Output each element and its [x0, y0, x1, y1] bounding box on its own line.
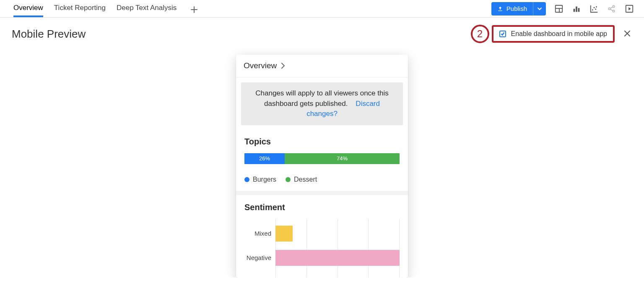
share-icon — [607, 4, 616, 13]
close-icon — [624, 30, 631, 37]
sentiment-row-mixed: Mixed — [244, 226, 400, 242]
preview-stage: Overview Changes will apply to all viewe… — [0, 43, 644, 278]
publish-dropdown-button[interactable] — [533, 2, 546, 15]
sentiment-section: Sentiment Mixed Negative — [236, 195, 408, 278]
scatter-button[interactable] — [589, 4, 599, 13]
publish-button[interactable]: Publish — [491, 2, 533, 15]
chart-button[interactable] — [572, 4, 581, 13]
subheader: Mobile Preview 2 Enable dashboard in mob… — [0, 18, 644, 43]
topics-section: Topics 26% 74% Burgers Dessert — [236, 125, 408, 195]
sentiment-bar-mixed[interactable] — [275, 226, 293, 242]
plus-icon — [191, 6, 197, 13]
topics-segment-burgers[interactable]: 26% — [244, 153, 285, 164]
svg-point-7 — [596, 6, 597, 7]
sentiment-title: Sentiment — [244, 203, 400, 212]
svg-rect-2 — [576, 6, 577, 12]
preview-breadcrumb-label: Overview — [244, 61, 277, 70]
chevron-right-icon — [281, 63, 285, 69]
check-icon — [501, 32, 505, 36]
bar-chart-icon — [572, 4, 581, 13]
topics-stacked-bar: 26% 74% — [244, 153, 400, 164]
add-tab-button[interactable] — [187, 3, 201, 17]
layout-panel-icon — [554, 4, 564, 13]
sentiment-row-negative: Negative — [244, 250, 400, 266]
preview-breadcrumb[interactable]: Overview — [236, 54, 408, 77]
chevron-down-icon — [538, 7, 542, 11]
tab-ticket-reporting[interactable]: Ticket Reporting — [54, 0, 106, 17]
dot-icon — [286, 177, 291, 182]
sentiment-chart: Mixed Negative — [244, 219, 400, 278]
enable-mobile-highlight: Enable dashboard in mobile app — [492, 25, 615, 43]
svg-rect-1 — [574, 9, 575, 12]
upload-icon — [497, 6, 503, 12]
enable-mobile-container: 2 Enable dashboard in mobile app — [492, 25, 633, 43]
publish-split-button: Publish — [491, 2, 546, 15]
mobile-preview-card: Overview Changes will apply to all viewe… — [236, 54, 408, 278]
close-preview-button[interactable] — [622, 28, 632, 41]
tab-deep-text-analysis[interactable]: Deep Text Analysis — [117, 0, 177, 17]
top-tab-bar: Overview Ticket Reporting Deep Text Anal… — [0, 0, 644, 18]
present-button[interactable] — [625, 4, 634, 13]
legend-item-burgers: Burgers — [244, 176, 276, 183]
publish-label: Publish — [506, 5, 527, 12]
legend-item-dessert: Dessert — [286, 176, 317, 183]
svg-point-4 — [592, 9, 593, 10]
scatter-icon — [589, 4, 599, 13]
unpublished-changes-banner: Changes will apply to all viewers once t… — [241, 82, 403, 125]
share-button[interactable] — [607, 4, 616, 13]
enable-mobile-label: Enable dashboard in mobile app — [511, 30, 608, 38]
page-title: Mobile Preview — [12, 28, 86, 41]
enable-mobile-checkbox[interactable] — [499, 31, 506, 37]
dot-icon — [244, 177, 249, 182]
topics-legend: Burgers Dessert — [244, 176, 400, 183]
svg-rect-3 — [578, 8, 580, 12]
sentiment-bar-negative[interactable] — [275, 250, 400, 266]
annotation-badge: 2 — [471, 25, 489, 43]
svg-point-5 — [594, 7, 595, 8]
legend-label: Burgers — [253, 176, 276, 183]
legend-label: Dessert — [294, 176, 317, 183]
sentiment-label-mixed: Mixed — [244, 230, 271, 237]
svg-point-6 — [595, 8, 596, 10]
layout-panel-button[interactable] — [554, 4, 564, 13]
tab-list: Overview Ticket Reporting Deep Text Anal… — [13, 0, 201, 17]
topics-title: Topics — [244, 137, 400, 147]
tab-overview[interactable]: Overview — [13, 0, 43, 17]
play-box-icon — [625, 4, 634, 13]
sentiment-label-negative: Negative — [244, 254, 271, 261]
topbar-actions: Publish — [491, 2, 634, 15]
topics-segment-dessert[interactable]: 74% — [285, 153, 400, 164]
